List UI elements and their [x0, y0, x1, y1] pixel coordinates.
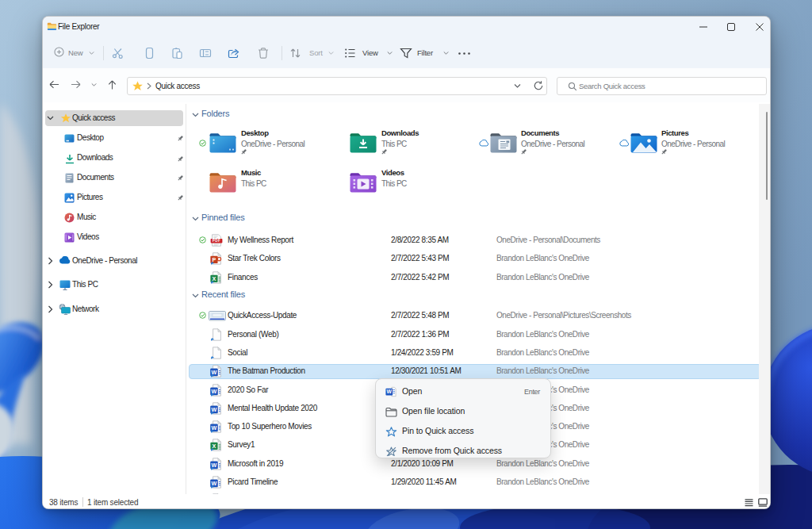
svg-text:P: P [213, 256, 216, 263]
svg-text:W: W [387, 389, 393, 394]
svg-text:PDF: PDF [213, 239, 220, 243]
svg-text:X: X [213, 275, 216, 282]
svg-text:X: X [213, 443, 216, 450]
